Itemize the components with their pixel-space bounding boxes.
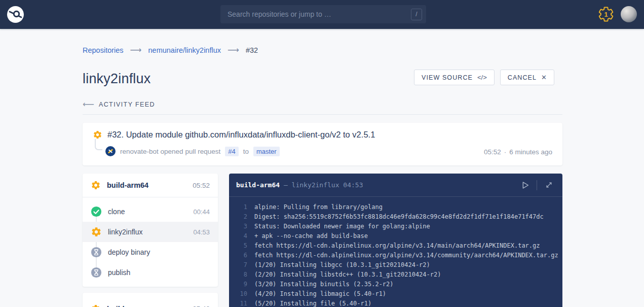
log-line-text: fetch https://dl-cdn.alpinelinux.org/alp… — [254, 251, 558, 260]
console-separator: – — [284, 181, 288, 189]
build-time-meta: 05:52 · 6 minutes ago — [484, 148, 552, 156]
breadcrumb-build-number: #32 — [246, 46, 258, 54]
running-gear-icon — [91, 180, 101, 190]
build-author-action: renovate-bot opened pull request — [120, 148, 220, 155]
build-title: #32. Update module github.com/influxdata… — [107, 130, 375, 140]
target-branch-badge[interactable]: master — [253, 147, 280, 156]
log-line: 9(3/20) Installing binutils (2.35.2-r2) — [236, 280, 555, 289]
step-duration: 00:44 — [193, 208, 210, 216]
log-line: 1alpine: Pulling from library/golang — [236, 202, 555, 212]
section-divider — [83, 114, 562, 115]
log-line-number: 9 — [236, 280, 247, 289]
console-actions — [518, 179, 555, 192]
build-title-row: #32. Update module github.com/influxdata… — [93, 130, 552, 140]
activity-feed-link[interactable]: ⟵ ACTIVITY FEED — [83, 99, 155, 109]
page-title: linky2influx — [83, 71, 150, 87]
log-line-number: 10 — [236, 289, 247, 299]
log-line: 4+ apk --no-cache add build-base — [236, 231, 555, 241]
running-gear-icon — [93, 130, 102, 140]
stage-header[interactable]: build-arm 05:46 — [83, 293, 218, 307]
user-avatar[interactable] — [621, 6, 637, 22]
running-builds-badge[interactable]: 1 — [597, 6, 615, 23]
step-name: linky2influx — [108, 228, 193, 236]
log-line-number: 11 — [236, 299, 247, 307]
log-line: 2Digest: sha256:5519c8752f6b53fc8818dc46… — [236, 212, 555, 222]
console-stage-name: build-arm64 — [236, 181, 280, 189]
connector-elbow — [95, 139, 102, 150]
vertical-divider — [537, 180, 537, 190]
to-text: to — [243, 148, 249, 155]
stage-duration: 05:46 — [193, 305, 210, 307]
search-shortcut-key: / — [411, 9, 422, 20]
success-check-icon — [91, 206, 102, 217]
build-duration: 05:52 — [484, 148, 501, 156]
arrow-right-icon: ⟶ — [228, 45, 239, 55]
build-summary-card[interactable]: #32. Update module github.com/influxdata… — [83, 123, 562, 165]
step-deploy-binary[interactable]: deploy binary — [83, 242, 218, 262]
log-line-number: 4 — [236, 231, 247, 241]
console-step-name: linky2influx — [292, 181, 339, 189]
step-linky2influx[interactable]: linky2influx 04:53 — [83, 222, 218, 242]
cancel-label: CANCEL — [508, 74, 537, 81]
console-log-output[interactable]: 1alpine: Pulling from library/golang 2Di… — [229, 197, 562, 307]
breadcrumb-repo-name[interactable]: nemunaire/linky2influx — [148, 46, 221, 54]
stage-card-build-arm: build-arm 05:46 — [83, 293, 218, 307]
search-bar: / — [220, 5, 426, 23]
step-list: clone 00:44 linky2influx 04:53 deploy b — [83, 197, 218, 287]
cancel-button[interactable]: CANCEL ✕ — [500, 70, 554, 85]
console-title: build-arm64 – linky2influx 04:53 — [236, 181, 518, 189]
step-duration: 04:53 — [193, 228, 210, 236]
step-name: deploy binary — [108, 248, 210, 256]
activity-feed-label: ACTIVITY FEED — [99, 101, 155, 108]
drone-logo-icon[interactable] — [7, 6, 24, 23]
arrow-left-icon: ⟵ — [83, 99, 94, 109]
search-input[interactable] — [228, 10, 411, 18]
log-line-number: 7 — [236, 260, 247, 270]
expand-icon — [544, 180, 554, 190]
breadcrumb-repositories[interactable]: Repositories — [83, 46, 124, 54]
close-icon: ✕ — [541, 74, 547, 81]
code-icon: </> — [477, 74, 487, 81]
log-line: 7(1/20) Installing libgcc (10.3.1_git202… — [236, 260, 555, 270]
follow-logs-button[interactable] — [518, 179, 532, 192]
play-icon — [519, 180, 531, 191]
log-line: 3Status: Downloaded newer image for gola… — [236, 222, 555, 231]
log-line-text: alpine: Pulling from library/golang — [254, 202, 383, 212]
view-source-label: VIEW SOURCE — [422, 74, 473, 81]
pending-hourglass-icon — [91, 267, 102, 278]
stage-card-build-arm64: build-arm64 05:52 clone 00:44 — [83, 174, 218, 287]
log-console: build-arm64 – linky2influx 04:53 — [229, 174, 562, 307]
step-publish[interactable]: publish — [83, 262, 218, 283]
log-line-text: Status: Downloaded newer image for golan… — [254, 222, 430, 231]
stage-name: build-arm — [107, 305, 193, 307]
fullscreen-button[interactable] — [542, 179, 555, 192]
log-line-text: (1/20) Installing libgcc (10.3.1_git2021… — [254, 260, 430, 270]
step-name: publish — [108, 268, 210, 277]
log-line-text: (4/20) Installing libmagic (5.40-r1) — [254, 289, 386, 299]
step-clone[interactable]: clone 00:44 — [83, 201, 218, 222]
renovate-bot-avatar — [105, 146, 116, 156]
console-header: build-arm64 – linky2influx 04:53 — [229, 174, 562, 197]
pull-request-badge[interactable]: #4 — [225, 147, 238, 156]
stage-name: build-arm64 — [107, 181, 193, 189]
log-line-text: (3/20) Installing binutils (2.35.2-r2) — [254, 280, 394, 289]
top-navbar: / 1 — [0, 0, 644, 29]
log-line-number: 2 — [236, 212, 247, 222]
console-step-duration: 04:53 — [343, 181, 363, 189]
build-author: renovate-bot — [120, 148, 159, 155]
view-source-button[interactable]: VIEW SOURCE </> — [414, 70, 495, 85]
log-line-number: 8 — [236, 270, 247, 280]
stage-header[interactable]: build-arm64 05:52 — [83, 174, 218, 197]
log-line: 10(4/20) Installing libmagic (5.40-r1) — [236, 289, 555, 299]
log-line: 11(5/20) Installing file (5.40-r1) — [236, 299, 555, 307]
log-line-text: (5/20) Installing file (5.40-r1) — [254, 299, 371, 307]
drone-build-page: / 1 Repositories ⟶ nemunaire/linky2influ… — [0, 0, 644, 307]
log-line-number: 3 — [236, 222, 247, 231]
log-line-text: + apk --no-cache add build-base — [254, 231, 368, 241]
running-count: 1 — [597, 6, 615, 23]
build-action: opened pull request — [161, 148, 221, 155]
build-meta-row: renovate-bot opened pull request #4 to m… — [105, 146, 280, 156]
dot-separator: · — [504, 148, 507, 156]
log-line-text: (2/20) Installing libstdc++ (10.3.1_git2… — [254, 270, 441, 280]
log-line: 5fetch https://dl-cdn.alpinelinux.org/al… — [236, 241, 555, 251]
